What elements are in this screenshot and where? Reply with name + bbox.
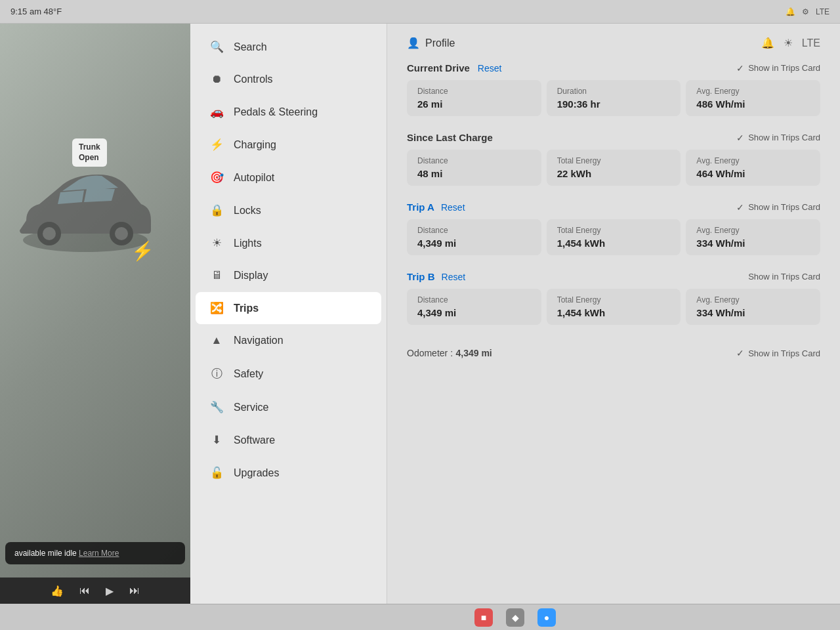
charge-lightning-icon: ⚡	[131, 240, 154, 262]
trip-a-title-row: Trip A Reset	[407, 201, 465, 213]
status-bar: 9:15 am 48°F 🔔 ⚙ LTE	[0, 0, 840, 24]
trip-a-energy-value: 1,454 kWh	[557, 238, 671, 249]
since-last-charge-title: Since Last Charge	[407, 132, 493, 143]
sidebar-item-autopilot[interactable]: 🎯 Autopilot	[196, 161, 381, 194]
since-last-charge-header: Since Last Charge ✓ Show in Trips Card	[407, 132, 820, 143]
trip-b-reset[interactable]: Reset	[442, 272, 466, 282]
software-icon: ⬇	[209, 433, 224, 447]
header-bell-icon[interactable]: 🔔	[761, 37, 774, 49]
odometer-value: 4,349 mi	[455, 348, 492, 358]
taskbar-icon-blue[interactable]: ●	[537, 608, 556, 627]
trip-a-reset[interactable]: Reset	[441, 202, 465, 213]
trip-b-avg-energy-card: Avg. Energy 334 Wh/mi	[686, 289, 820, 325]
svg-point-4	[115, 227, 128, 240]
trip-a-avg-value: 334 Wh/mi	[696, 238, 810, 249]
profile-link[interactable]: 👤 Profile	[407, 37, 455, 49]
trip-a-avg-label: Avg. Energy	[696, 226, 810, 235]
sidebar-label-charging: Charging	[234, 139, 276, 151]
header-signal-label: LTE	[802, 37, 820, 49]
current-drive-reset[interactable]: Reset	[478, 63, 502, 74]
header-sun-icon: ☀	[784, 37, 793, 49]
sidebar-item-navigation[interactable]: ▲ Navigation	[196, 325, 381, 356]
lights-icon: ☀	[209, 236, 224, 250]
trip-a-show-trips[interactable]: ✓ Show in Trips Card	[736, 202, 820, 213]
current-drive-show-trips[interactable]: ✓ Show in Trips Card	[736, 63, 820, 74]
bell-icon: 🔔	[786, 7, 795, 16]
taskbar-icon-gray[interactable]: ◆	[506, 608, 524, 627]
slc-distance-value: 48 mi	[417, 168, 531, 179]
learn-more-link[interactable]: Learn More	[79, 549, 119, 558]
odometer-show-trips[interactable]: ✓ Show in Trips Card	[736, 348, 820, 358]
current-drive-energy-label: Avg. Energy	[696, 87, 810, 96]
current-drive-energy-value: 486 Wh/mi	[696, 98, 810, 110]
slc-avg-value: 464 Wh/mi	[696, 168, 810, 179]
svg-point-2	[43, 227, 56, 240]
header-icons: 🔔 ☀ LTE	[761, 37, 820, 49]
trips-icon: 🔀	[209, 301, 224, 315]
trip-b-section: Trip B Reset Show in Trips Card Distance…	[407, 271, 820, 325]
signal-icon: LTE	[816, 7, 830, 16]
content-header: 👤 Profile 🔔 ☀ LTE	[407, 37, 820, 49]
main-layout: TrunkOpen ⚡ available	[0, 24, 840, 604]
sidebar-label-autopilot: Autopilot	[234, 172, 274, 184]
profile-icon: 👤	[407, 37, 420, 49]
skip-back-button[interactable]: ⏮	[79, 585, 90, 597]
play-button[interactable]: ▶	[106, 585, 114, 597]
sidebar-item-locks[interactable]: 🔒 Locks	[196, 194, 381, 226]
sidebar-label-navigation: Navigation	[234, 335, 284, 346]
lock-icon: 🔒	[209, 203, 224, 217]
upgrades-icon: 🔓	[209, 466, 224, 480]
slc-distance-card: Distance 48 mi	[407, 150, 541, 186]
skip-forward-button[interactable]: ⏭	[129, 585, 140, 597]
autopilot-icon: 🎯	[209, 171, 224, 184]
since-last-charge-section: Since Last Charge ✓ Show in Trips Card D…	[407, 132, 820, 186]
slc-avg-energy-card: Avg. Energy 464 Wh/mi	[686, 150, 820, 186]
trip-a-header: Trip A Reset ✓ Show in Trips Card	[407, 201, 820, 213]
sidebar-item-display[interactable]: 🖥 Display	[196, 260, 381, 291]
sidebar-item-lights[interactable]: ☀ Lights	[196, 227, 381, 259]
trip-a-distance-value: 4,349 mi	[417, 238, 531, 249]
sidebar-label-controls: Controls	[234, 74, 273, 85]
current-drive-distance-value: 26 mi	[417, 98, 531, 110]
trip-a-label: Trip A	[407, 201, 434, 213]
current-drive-title: Current Drive	[407, 62, 470, 74]
settings-icon: ⚙	[802, 7, 809, 16]
sidebar-item-charging[interactable]: ⚡ Charging	[196, 129, 381, 161]
check-icon: ✓	[736, 63, 744, 74]
controls-icon: ⏺	[209, 73, 224, 86]
sidebar-label-locks: Locks	[234, 205, 261, 217]
trip-a-energy-card: Total Energy 1,454 kWh	[547, 219, 681, 255]
trip-b-show-trips[interactable]: Show in Trips Card	[748, 272, 820, 282]
sidebar-label-pedals: Pedals & Steering	[234, 106, 318, 118]
slc-avg-label: Avg. Energy	[696, 156, 810, 165]
status-right: 🔔 ⚙ LTE	[786, 7, 830, 16]
sidebar-item-search[interactable]: 🔍 Search	[196, 31, 381, 63]
sidebar-label-service: Service	[234, 402, 268, 413]
media-bar: 👍 ⏮ ▶ ⏭	[0, 578, 190, 604]
current-drive-distance-label: Distance	[417, 87, 531, 96]
taskbar-icon-red[interactable]: ■	[474, 608, 493, 627]
sidebar-item-software[interactable]: ⬇ Software	[196, 424, 381, 456]
sidebar-item-controls[interactable]: ⏺ Controls	[196, 64, 381, 95]
current-drive-duration-card: Duration 190:36 hr	[547, 80, 681, 116]
trip-b-energy-label: Total Energy	[557, 295, 671, 304]
sidebar-label-upgrades: Upgrades	[234, 467, 279, 479]
trip-a-distance-card: Distance 4,349 mi	[407, 219, 541, 255]
sidebar-label-display: Display	[234, 270, 268, 282]
since-last-charge-show-trips[interactable]: ✓ Show in Trips Card	[736, 133, 820, 143]
charging-icon: ⚡	[209, 138, 224, 152]
trip-a-energy-label: Total Energy	[557, 226, 671, 235]
current-drive-header: Current Drive Reset ✓ Show in Trips Card	[407, 62, 820, 74]
trip-b-label: Trip B	[407, 271, 435, 282]
sidebar-item-service[interactable]: 🔧 Service	[196, 391, 381, 423]
trip-b-header: Trip B Reset Show in Trips Card	[407, 271, 820, 282]
sidebar-label-search: Search	[234, 41, 267, 53]
trip-b-title-row: Trip B Reset	[407, 271, 465, 282]
sidebar-item-upgrades[interactable]: 🔓 Upgrades	[196, 457, 381, 489]
sidebar-item-trips[interactable]: 🔀 Trips	[196, 292, 381, 324]
service-icon: 🔧	[209, 400, 224, 414]
sidebar-label-lights: Lights	[234, 238, 262, 249]
thumbs-up-button[interactable]: 👍	[51, 585, 64, 597]
sidebar-item-safety[interactable]: ⓘ Safety	[196, 357, 381, 390]
sidebar-item-pedals[interactable]: 🚗 Pedals & Steering	[196, 96, 381, 128]
